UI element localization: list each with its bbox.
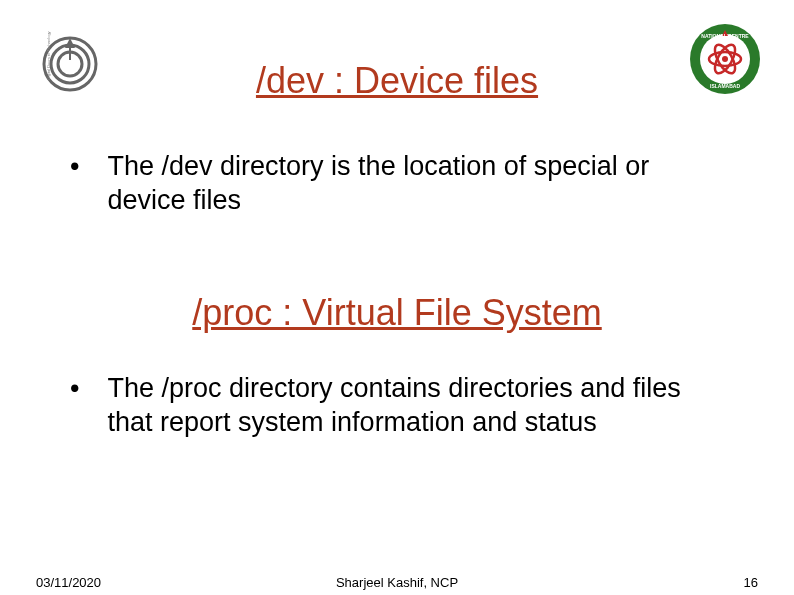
bullet-dev: • The /dev directory is the location of … <box>70 150 724 218</box>
bullet-proc-text: The /proc directory contains directories… <box>108 372 722 440</box>
svg-text:NATIONAL CENTRE: NATIONAL CENTRE <box>701 33 749 39</box>
bullet-dev-text: The /dev directory is the location of sp… <box>108 150 722 218</box>
bullet-marker: • <box>70 372 100 406</box>
heading-proc: /proc : Virtual File System <box>0 292 794 334</box>
footer-author: Sharjeel Kashif, NCP <box>0 575 794 590</box>
footer-page-number: 16 <box>744 575 758 590</box>
bullet-proc: • The /proc directory contains directori… <box>70 372 724 440</box>
bullet-marker: • <box>70 150 100 184</box>
heading-dev: /dev : Device files <box>0 60 794 102</box>
